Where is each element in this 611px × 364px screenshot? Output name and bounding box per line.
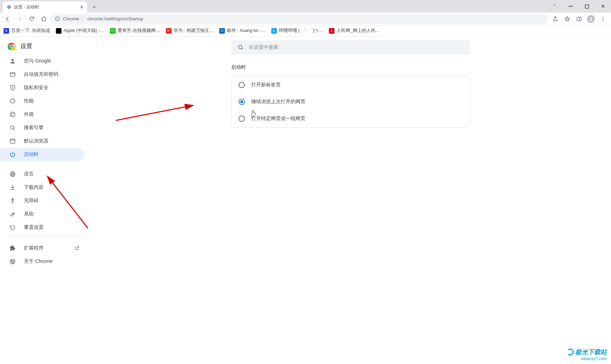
new-tab-button[interactable]: ＋ [89, 2, 99, 12]
power-icon [9, 151, 16, 158]
svg-point-16 [12, 115, 12, 116]
bookmark-renmin[interactable]: 人人民网_网上的人民… [329, 28, 380, 34]
reload-button[interactable] [27, 14, 37, 24]
svg-point-13 [10, 112, 15, 117]
profile-avatar[interactable] [586, 14, 596, 24]
tab-close-icon[interactable]: ✕ [80, 5, 84, 9]
sidebar-item-extensions[interactable]: 扩展程序 [0, 241, 84, 255]
browser-tab[interactable]: 设置 - 启动时 ✕ [3, 1, 87, 13]
bookmarks-bar: b百度一下, 你就知道 Apple (中国大陆) -… iQ爱奇艺-在线视频网…… [0, 25, 611, 37]
close-icon[interactable]: ✕ [595, 0, 611, 13]
autofill-icon [9, 71, 16, 78]
globe-icon [9, 171, 16, 177]
option-open-specific[interactable]: 打开特定网页或一组网页 [232, 110, 470, 127]
svg-point-15 [13, 113, 14, 114]
back-button[interactable] [3, 14, 13, 24]
bookmark-iqiyi[interactable]: iQ爱奇艺-在线视频网… [110, 28, 160, 34]
startup-options-card: 打开新标签页 继续浏览上次打开的网页 打开特定网页或一组网页 [231, 76, 470, 127]
svg-rect-0 [568, 6, 573, 6]
download-icon [9, 184, 16, 191]
sidebar-item-downloads[interactable]: 下载内容 [0, 181, 84, 194]
radio-selected-icon [239, 99, 245, 105]
sidebar-item-languages[interactable]: 语言 [0, 167, 84, 181]
svg-point-11 [12, 59, 14, 61]
share-icon[interactable] [550, 14, 560, 24]
outlook-icon: O [219, 28, 225, 34]
svg-point-5 [603, 17, 603, 18]
browser-icon [9, 138, 16, 144]
gear-icon [6, 5, 11, 9]
sidebar-item-accessibility[interactable]: 无障碍 [0, 194, 84, 207]
speed-icon [9, 98, 16, 104]
bilibili-icon: b [271, 28, 277, 34]
person-icon [9, 58, 16, 64]
window-titlebar: 设置 - 启动时 ✕ ＋ ˅ ✕ [0, 0, 611, 13]
bookmark-apple[interactable]: Apple (中国大陆) -… [56, 28, 104, 34]
sidebar-item-on-startup[interactable]: 启动时 [0, 148, 84, 161]
watermark: 极光下载站 www.xz7.com [567, 348, 607, 361]
kebab-menu-icon[interactable] [598, 14, 608, 24]
svg-point-20 [12, 198, 13, 199]
palette-icon [9, 111, 16, 118]
search-placeholder: 在设置中搜索 [249, 44, 278, 51]
option-continue-last[interactable]: 继续浏览上次打开的网页 [232, 93, 470, 110]
option-open-new-tab[interactable]: 打开新标签页 [232, 77, 470, 93]
forward-button[interactable] [15, 14, 25, 24]
sidebar-item-performance[interactable]: 性能 [0, 94, 84, 108]
window-controls: ˅ ✕ [546, 0, 611, 13]
side-panel-icon[interactable] [574, 14, 584, 24]
settings-content: 在设置中搜索 启动时 打开新标签页 继续浏览上次打开的网页 打开特定网页或一组网… [90, 37, 611, 364]
svg-rect-12 [10, 73, 15, 77]
bookmark-star-icon[interactable] [562, 14, 572, 24]
settings-page: 设置 您与 Google 自动填充和密码 隐私和安全 性能 外观 搜索引擎 默认… [0, 37, 611, 364]
sidebar-item-you-and-google[interactable]: 您与 Google [0, 54, 84, 68]
chrome-icon [9, 258, 16, 265]
bookmark-baidu[interactable]: b百度一下, 你就知道 [4, 28, 50, 34]
paw-icon: b [4, 28, 9, 34]
svg-point-4 [590, 17, 592, 19]
sidebar-item-autofill[interactable]: 自动填充和密码 [0, 68, 84, 81]
bookmark-huawei[interactable]: H华为 - 构建万物互… [166, 28, 214, 34]
sidebar-item-privacy[interactable]: 隐私和安全 [0, 81, 84, 94]
sidebar-item-reset[interactable]: 重置设置 [0, 221, 84, 234]
external-link-icon [74, 246, 79, 251]
minimize-icon[interactable] [563, 0, 579, 13]
settings-search[interactable]: 在设置中搜索 [231, 40, 470, 54]
huawei-icon: H [166, 28, 171, 34]
reset-icon [9, 224, 16, 231]
svg-rect-18 [10, 139, 15, 143]
svg-rect-3 [577, 17, 581, 21]
address-bar[interactable]: Chrome chrome://settings/onStartup [51, 14, 548, 24]
bookmark-outlook[interactable]: O邮件 - huang bo -… [219, 28, 265, 34]
watermark-logo-icon [567, 349, 574, 356]
puzzle-icon [9, 245, 16, 251]
bookmark-bilibili[interactable]: b哔哩哔哩 ( ゜- ゜)つ… [271, 28, 323, 34]
apple-icon [56, 28, 61, 34]
svg-point-6 [603, 18, 603, 19]
sidebar-header: 设置 [0, 42, 90, 54]
renmin-icon: 人 [329, 28, 334, 34]
sidebar-item-about-chrome[interactable]: 关于 Chrome [0, 255, 84, 268]
wrench-icon [9, 211, 16, 217]
iqiyi-icon: iQ [110, 28, 116, 34]
radio-icon [239, 82, 245, 88]
sidebar-item-appearance[interactable]: 外观 [0, 108, 84, 121]
svg-point-7 [603, 20, 603, 21]
shield-icon [9, 85, 16, 91]
tab-search-icon[interactable]: ˅ [546, 0, 563, 13]
chrome-logo-icon [8, 42, 15, 50]
site-info-icon[interactable] [55, 16, 60, 21]
browser-toolbar: Chrome chrome://settings/onStartup [0, 13, 611, 25]
svg-point-14 [12, 113, 12, 114]
section-title-startup: 启动时 [231, 64, 470, 71]
sidebar-item-search-engine[interactable]: 搜索引擎 [0, 121, 84, 134]
accessibility-icon [9, 198, 16, 204]
maximize-icon[interactable] [579, 0, 595, 13]
tab-title: 设置 - 启动时 [14, 4, 77, 10]
sidebar-item-system[interactable]: 系统 [0, 207, 84, 221]
svg-rect-1 [585, 5, 589, 8]
url-origin: Chrome [63, 16, 85, 21]
home-button[interactable] [39, 14, 48, 24]
url-path: chrome://settings/onStartup [87, 16, 143, 21]
sidebar-item-default-browser[interactable]: 默认浏览器 [0, 134, 84, 148]
